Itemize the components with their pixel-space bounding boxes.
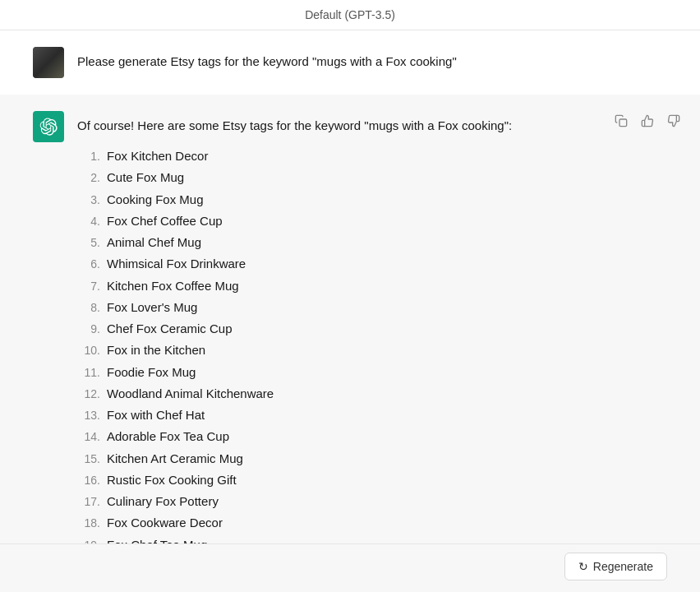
list-item: 15.Kitchen Art Ceramic Mug bbox=[77, 448, 667, 469]
assistant-message-row: Of course! Here are some Etsy tags for t… bbox=[0, 95, 700, 543]
tag-number: 18. bbox=[77, 513, 100, 534]
list-item: 11.Foodie Fox Mug bbox=[77, 362, 667, 383]
tag-number: 6. bbox=[77, 254, 100, 275]
thumbup-icon bbox=[641, 114, 654, 127]
tag-text: Fox in the Kitchen bbox=[107, 340, 205, 361]
tags-list: 1.Fox Kitchen Decor2.Cute Fox Mug3.Cooki… bbox=[77, 146, 667, 543]
list-item: 14.Adorable Fox Tea Cup bbox=[77, 426, 667, 447]
tag-number: 4. bbox=[77, 211, 100, 232]
thumbdown-icon bbox=[667, 114, 680, 127]
bottom-bar: ↻ Regenerate bbox=[0, 543, 700, 592]
regenerate-icon: ↻ bbox=[578, 560, 588, 573]
list-item: 17.Culinary Fox Pottery bbox=[77, 491, 667, 512]
tag-number: 13. bbox=[77, 405, 100, 426]
list-item: 6.Whimsical Fox Drinkware bbox=[77, 253, 667, 275]
list-item: 18.Fox Cookware Decor bbox=[77, 512, 667, 534]
tag-text: Kitchen Art Ceramic Mug bbox=[107, 448, 243, 469]
tag-text: Whimsical Fox Drinkware bbox=[107, 253, 246, 275]
assistant-intro: Of course! Here are some Etsy tags for t… bbox=[77, 116, 667, 136]
tag-text: Fox Kitchen Decor bbox=[107, 146, 208, 167]
list-item: 16.Rustic Fox Cooking Gift bbox=[77, 469, 667, 491]
tag-text: Fox Chef Tea Mug bbox=[107, 534, 207, 544]
tag-number: 3. bbox=[77, 190, 100, 210]
copy-button[interactable] bbox=[611, 111, 631, 131]
user-message-text: Please generate Etsy tags for the keywor… bbox=[77, 47, 457, 72]
tag-number: 14. bbox=[77, 427, 100, 447]
tag-text: Rustic Fox Cooking Gift bbox=[107, 469, 237, 491]
list-item: 1.Fox Kitchen Decor bbox=[77, 146, 667, 167]
list-item: 12.Woodland Animal Kitchenware bbox=[77, 383, 667, 405]
list-item: 13.Fox with Chef Hat bbox=[77, 405, 667, 426]
list-item: 4.Fox Chef Coffee Cup bbox=[77, 210, 667, 232]
list-item: 9.Chef Fox Ceramic Cup bbox=[77, 318, 667, 340]
tag-text: Fox Chef Coffee Cup bbox=[107, 210, 223, 232]
tag-number: 2. bbox=[77, 168, 100, 188]
model-label: Default (GPT-3.5) bbox=[305, 8, 395, 21]
tag-text: Foodie Fox Mug bbox=[107, 362, 196, 383]
top-bar: Default (GPT-3.5) bbox=[0, 0, 700, 30]
list-item: 8.Fox Lover's Mug bbox=[77, 297, 667, 318]
tag-number: 8. bbox=[77, 298, 100, 318]
tag-text: Fox Lover's Mug bbox=[107, 297, 197, 318]
list-item: 2.Cute Fox Mug bbox=[77, 167, 667, 188]
chatgpt-icon bbox=[39, 118, 58, 136]
assistant-content: Of course! Here are some Etsy tags for t… bbox=[77, 111, 667, 543]
action-buttons bbox=[611, 111, 684, 131]
chat-container: Please generate Etsy tags for the keywor… bbox=[0, 30, 700, 543]
tag-number: 7. bbox=[77, 276, 100, 297]
regenerate-label: Regenerate bbox=[593, 560, 653, 573]
user-message-row: Please generate Etsy tags for the keywor… bbox=[0, 30, 700, 95]
thumbdown-button[interactable] bbox=[664, 111, 684, 131]
list-item: 7.Kitchen Fox Coffee Mug bbox=[77, 275, 667, 297]
tag-text: Woodland Animal Kitchenware bbox=[107, 383, 274, 405]
list-item: 10.Fox in the Kitchen bbox=[77, 340, 667, 361]
list-item: 19.Fox Chef Tea Mug bbox=[77, 534, 667, 544]
avatar bbox=[33, 47, 64, 78]
tag-text: Animal Chef Mug bbox=[107, 232, 201, 253]
thumbup-button[interactable] bbox=[638, 111, 657, 131]
tag-number: 5. bbox=[77, 233, 100, 253]
tag-text: Fox with Chef Hat bbox=[107, 405, 205, 426]
tag-number: 17. bbox=[77, 492, 100, 512]
regenerate-button[interactable]: ↻ Regenerate bbox=[564, 553, 667, 580]
svg-rect-0 bbox=[619, 119, 627, 127]
tag-number: 9. bbox=[77, 319, 100, 340]
tag-text: Cute Fox Mug bbox=[107, 167, 184, 188]
tag-number: 11. bbox=[77, 363, 100, 383]
list-item: 3.Cooking Fox Mug bbox=[77, 189, 667, 210]
tag-text: Adorable Fox Tea Cup bbox=[107, 426, 229, 447]
tag-text: Fox Cookware Decor bbox=[107, 512, 223, 534]
tag-text: Kitchen Fox Coffee Mug bbox=[107, 275, 239, 297]
assistant-avatar bbox=[33, 111, 64, 142]
tag-number: 15. bbox=[77, 449, 100, 469]
tag-number: 16. bbox=[77, 470, 100, 491]
user-avatar-img bbox=[33, 47, 64, 78]
tag-number: 19. bbox=[77, 535, 100, 544]
tag-number: 10. bbox=[77, 340, 100, 361]
copy-icon bbox=[615, 114, 628, 127]
tag-text: Culinary Fox Pottery bbox=[107, 491, 219, 512]
tag-number: 12. bbox=[77, 384, 100, 405]
list-item: 5.Animal Chef Mug bbox=[77, 232, 667, 253]
tag-text: Cooking Fox Mug bbox=[107, 189, 204, 210]
tag-number: 1. bbox=[77, 146, 100, 167]
tag-text: Chef Fox Ceramic Cup bbox=[107, 318, 233, 340]
